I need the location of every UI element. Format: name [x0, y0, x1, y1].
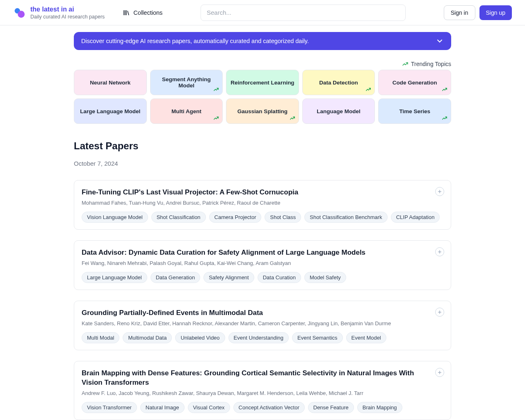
paper-tag[interactable]: Brain Mapping [357, 402, 402, 413]
paper-tag[interactable]: Event Model [346, 332, 386, 343]
topic-label: Gaussian Splatting [237, 108, 288, 114]
paper-tag[interactable]: Safety Alignment [203, 272, 254, 283]
paper-tag[interactable]: Unlabeled Video [175, 332, 225, 343]
trending-up-icon [213, 87, 219, 92]
search-input[interactable] [201, 5, 406, 21]
search-wrap [172, 5, 434, 21]
topic-chip[interactable]: Gaussian Splatting [226, 98, 299, 124]
collections-label: Collections [133, 9, 162, 16]
topic-label: Code Generation [393, 80, 437, 86]
paper-card[interactable]: Fine-Tuning CLIP's Last Visual Projector… [74, 180, 451, 230]
sign-in-button[interactable]: Sign in [444, 5, 475, 20]
trending-up-icon [213, 115, 219, 121]
collections-link[interactable]: Collections [123, 9, 162, 16]
topic-label: Reinforcement Learning [231, 80, 294, 86]
paper-tag[interactable]: Model Safety [304, 272, 346, 283]
paper-title: Brain Mapping with Dense Features: Groun… [82, 369, 443, 388]
paper-card[interactable]: Grounding Partially-Defined Events in Mu… [74, 301, 451, 350]
paper-card[interactable]: Brain Mapping with Dense Features: Groun… [74, 361, 451, 420]
paper-tag[interactable]: Multi Modal [82, 332, 119, 343]
paper-tag[interactable]: Data Generation [151, 272, 200, 283]
paper-tag[interactable]: Shot Classification [151, 212, 206, 223]
paper-authors: Mohammad Fahes, Tuan-Hung Vu, Andrei Bur… [82, 200, 443, 206]
paper-tags: Vision Language ModelShot Classification… [82, 212, 443, 223]
paper-tag[interactable]: Shot Class [265, 212, 301, 223]
topic-chip[interactable]: Time Series [378, 98, 451, 124]
paper-tags: Large Language ModelData GenerationSafet… [82, 272, 443, 283]
paper-tag[interactable]: Vision Transformer [82, 402, 137, 413]
paper-tag[interactable]: CLIP Adaptation [391, 212, 440, 223]
brand-title: the latest in ai [30, 6, 105, 13]
plus-icon [437, 370, 442, 375]
paper-tag[interactable]: Dense Feature [308, 402, 354, 413]
paper-tag[interactable]: Visual Cortex [188, 402, 230, 413]
papers-list: Fine-Tuning CLIP's Last Visual Projector… [74, 180, 451, 420]
brand-subtitle: Daily curated AI research papers [30, 14, 105, 20]
add-paper-button[interactable] [435, 187, 444, 196]
paper-authors: Kate Sanders, Reno Kriz, David Etter, Ha… [82, 320, 443, 326]
trending-up-icon [365, 87, 371, 92]
paper-card[interactable]: Data Advisor: Dynamic Data Curation for … [74, 240, 451, 290]
topic-chip[interactable]: Language Model [302, 98, 375, 124]
library-icon [123, 9, 130, 16]
brand[interactable]: the latest in ai Daily curated AI resear… [13, 6, 105, 20]
paper-tags: Vision TransformerNatural ImageVisual Co… [82, 402, 443, 413]
topic-label: Multi Agent [171, 108, 201, 114]
topic-label: Neural Network [90, 80, 130, 86]
trending-up-icon [402, 61, 409, 67]
paper-tag[interactable]: Natural Image [140, 402, 185, 413]
paper-authors: Andrew F. Luo, Jacob Yeung, Rushikesh Za… [82, 390, 443, 396]
plus-icon [437, 249, 442, 254]
topic-chip[interactable]: Large Language Model [74, 98, 147, 124]
topic-chip[interactable]: Data Detection [302, 70, 375, 95]
topic-label: Time Series [399, 108, 430, 114]
paper-authors: Fei Wang, Ninareh Mehrabi, Palash Goyal,… [82, 260, 443, 266]
topic-chip[interactable]: Segment Anything Model [150, 70, 223, 95]
add-paper-button[interactable] [435, 247, 444, 256]
paper-tag[interactable]: Event Understanding [228, 332, 289, 343]
paper-title: Grounding Partially-Defined Events in Mu… [82, 308, 443, 318]
logo-icon [13, 7, 25, 19]
topic-label: Large Language Model [80, 108, 140, 114]
topic-chip[interactable]: Code Generation [378, 70, 451, 95]
sign-up-button[interactable]: Sign up [479, 5, 512, 20]
section-title: Latest Papers [74, 140, 451, 152]
chevron-down-icon [436, 37, 444, 45]
add-paper-button[interactable] [435, 368, 444, 377]
paper-tag[interactable]: Data Curation [258, 272, 301, 283]
paper-tag[interactable]: Concept Activation Vector [233, 402, 305, 413]
paper-tag[interactable]: Shot Classification Benchmark [304, 212, 387, 223]
site-header: the latest in ai Daily curated AI resear… [0, 0, 525, 25]
paper-tag[interactable]: Event Semantics [292, 332, 343, 343]
paper-tag[interactable]: Multimodal Data [123, 332, 172, 343]
main-content: Discover cutting-edge AI research papers… [66, 25, 459, 420]
add-paper-button[interactable] [435, 308, 444, 317]
plus-icon [437, 310, 442, 315]
date-heading: October 7, 2024 [74, 160, 451, 169]
trending-up-icon [442, 115, 447, 121]
paper-tag[interactable]: Vision Language Model [82, 212, 148, 223]
paper-title: Data Advisor: Dynamic Data Curation for … [82, 248, 443, 258]
trending-up-icon [442, 87, 447, 92]
plus-icon [437, 189, 442, 194]
topic-chip[interactable]: Multi Agent [150, 98, 223, 124]
paper-tags: Multi ModalMultimodal DataUnlabeled Vide… [82, 332, 443, 343]
paper-title: Fine-Tuning CLIP's Last Visual Projector… [82, 188, 443, 197]
auth-buttons: Sign in Sign up [444, 5, 512, 20]
trending-label: Trending Topics [74, 61, 451, 67]
svg-point-1 [18, 11, 25, 18]
topic-chip[interactable]: Neural Network [74, 70, 147, 95]
topics-grid: Neural NetworkSegment Anything ModelRein… [74, 70, 451, 124]
paper-tag[interactable]: Large Language Model [82, 272, 147, 283]
topic-label: Language Model [317, 108, 361, 114]
banner-text: Discover cutting-edge AI research papers… [81, 38, 309, 44]
trending-up-icon [290, 115, 295, 121]
paper-tag[interactable]: Camera Projector [209, 212, 262, 223]
topic-label: Segment Anything Model [154, 76, 219, 89]
info-banner[interactable]: Discover cutting-edge AI research papers… [74, 32, 451, 50]
topic-chip[interactable]: Reinforcement Learning [226, 70, 299, 95]
topic-label: Data Detection [319, 80, 358, 86]
